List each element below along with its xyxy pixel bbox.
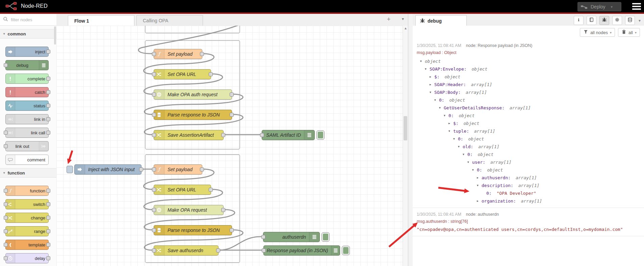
debug-tree-row[interactable]: ▶$: object — [417, 119, 641, 127]
palette-search[interactable] — [0, 14, 56, 26]
debug-filter-nodes-button[interactable]: all nodes ▾ — [580, 28, 615, 37]
caret-down-icon[interactable]: ▼ — [467, 161, 472, 164]
flow-list-chevron-icon[interactable]: ▾ — [402, 17, 404, 21]
tab-debug[interactable]: debug — [415, 15, 467, 26]
debug-tree-row[interactable]: ▼0: object — [417, 151, 641, 158]
port-in[interactable] — [152, 208, 156, 212]
caret-down-icon[interactable]: ▼ — [453, 137, 458, 140]
caret-down-icon[interactable]: ▼ — [477, 184, 482, 187]
caret-down-icon[interactable]: ▼ — [439, 106, 444, 109]
port-in[interactable] — [152, 188, 156, 192]
port-out[interactable] — [46, 50, 50, 54]
add-flow-button[interactable]: + — [384, 16, 393, 24]
debug-tree-row[interactable]: ▼old: array[1] — [417, 143, 641, 151]
flow-node-set-payload[interactable]: ƒSet payload — [154, 164, 202, 175]
port-out[interactable] — [46, 131, 50, 135]
flow-node-save-authuserdn[interactable]: Save authuserdn — [154, 245, 218, 256]
debug-tree-row[interactable]: ▼SOAP:Body: array[1] — [417, 88, 641, 96]
flow-node-save-assertionartifact[interactable]: Save AssertionArtifact — [154, 130, 224, 140]
deploy-button[interactable]: Deploy ▾ — [577, 2, 621, 11]
palette-node-function[interactable]: ƒfunction — [5, 186, 49, 196]
port-in[interactable] — [4, 202, 8, 206]
port-out[interactable] — [230, 228, 234, 232]
palette-node-link-in[interactable]: link in — [5, 114, 49, 124]
port-in[interactable] — [152, 113, 156, 117]
flow-node-parse-response-to-json[interactable]: <>Parse response to JSON — [154, 110, 232, 120]
port-in[interactable] — [4, 229, 8, 233]
caret-down-icon[interactable]: ▼ — [458, 145, 463, 148]
flow-node-inject-with-json-input[interactable]: Inject with JSON input — [74, 164, 141, 175]
sidebar-tool-bug-button[interactable] — [599, 16, 609, 25]
port-out[interactable] — [46, 202, 50, 206]
palette-scrollbar-thumb[interactable] — [54, 26, 56, 45]
caret-down-icon[interactable]: ▼ — [448, 130, 453, 133]
caret-right-icon[interactable]: ▶ — [477, 200, 482, 203]
debug-enable-toggle[interactable] — [316, 130, 325, 140]
scroll-up-icon[interactable]: ▲ — [403, 26, 408, 30]
port-in[interactable] — [152, 92, 156, 97]
palette-category-function[interactable]: ▾function — [0, 168, 56, 178]
caret-down-icon[interactable]: ▼ — [430, 91, 434, 94]
port-out[interactable] — [230, 113, 234, 117]
port-out[interactable] — [46, 90, 50, 94]
port-in[interactable] — [4, 131, 8, 135]
sidebar-tool-info-button[interactable]: i — [574, 16, 584, 25]
port-in[interactable] — [260, 133, 264, 137]
palette-node-catch[interactable]: catch — [5, 87, 49, 97]
flow-node-make-opa-request[interactable]: Make OPA request — [154, 205, 224, 215]
port-in[interactable] — [4, 63, 8, 67]
caret-down-icon[interactable]: ▼ — [434, 99, 439, 102]
deploy-chevron-icon[interactable]: ▾ — [611, 5, 613, 9]
port-out[interactable] — [46, 216, 50, 220]
flow-node-response-payload-in-json[interactable]: Response payload (in JSON) — [263, 245, 340, 256]
palette-node-inject[interactable]: inject — [5, 47, 49, 57]
port-in[interactable] — [4, 189, 8, 193]
port-out[interactable] — [216, 248, 220, 252]
debug-tree-row[interactable]: ▼object — [417, 57, 641, 65]
palette-node-change[interactable]: change — [5, 213, 49, 223]
port-out[interactable] — [230, 92, 234, 97]
sidebar-tool-book-button[interactable] — [587, 16, 596, 25]
palette-node-debug[interactable]: debug — [5, 60, 49, 70]
main-menu-button[interactable] — [632, 3, 641, 10]
caret-down-icon[interactable]: ▼ — [425, 68, 430, 71]
flow-tab-calling-opa[interactable]: Calling OPA — [136, 15, 203, 26]
port-in[interactable] — [152, 167, 156, 171]
caret-down-icon[interactable]: ▼ — [420, 60, 425, 63]
debug-tree-row[interactable]: ▼0: object — [417, 135, 641, 143]
caret-right-icon[interactable]: ▶ — [430, 75, 434, 78]
port-out[interactable] — [209, 72, 213, 76]
canvas-vscrollbar[interactable]: ▲ — [403, 26, 408, 266]
debug-clear-button[interactable]: all ▾ — [618, 28, 640, 37]
port-out[interactable] — [221, 133, 225, 137]
port-in[interactable] — [152, 52, 156, 56]
palette-node-delay[interactable]: delay — [5, 253, 49, 263]
sidebar-more-chevron-icon[interactable]: ▾ — [639, 18, 641, 23]
port-in[interactable] — [261, 235, 265, 239]
port-in[interactable] — [152, 248, 156, 252]
debug-tree-row[interactable]: 0: "OPA Developer" — [417, 189, 641, 197]
caret-right-icon[interactable]: ▶ — [477, 176, 482, 179]
debug-tree-row[interactable]: ▶$: object — [417, 73, 641, 81]
port-out[interactable] — [46, 104, 50, 108]
port-out[interactable] — [221, 208, 225, 212]
port-out[interactable] — [200, 167, 204, 171]
caret-down-icon[interactable]: ▼ — [444, 114, 448, 117]
flow-node-parse-response-to-json[interactable]: <>Parse response to JSON — [154, 225, 232, 235]
port-in[interactable] — [4, 216, 8, 220]
sidebar-tool-layers-button[interactable] — [625, 16, 635, 25]
sidebar-tool-gear-button[interactable] — [612, 16, 622, 25]
port-in[interactable] — [4, 144, 8, 148]
debug-tree-row[interactable]: ▼0: object — [417, 166, 641, 174]
palette-node-link-out[interactable]: link out — [5, 141, 49, 151]
flow-node-make-opa-auth-request[interactable]: Make OPA auth request — [154, 89, 232, 100]
port-out[interactable] — [209, 188, 213, 192]
debug-tree-row[interactable]: ▼SOAP:Envelope: object — [417, 65, 641, 73]
debug-tree-row[interactable]: ▼0: object — [417, 96, 641, 104]
debug-tree-row[interactable]: ▼0: object — [417, 112, 641, 119]
palette-search-input[interactable] — [10, 17, 49, 23]
port-out[interactable] — [46, 229, 50, 233]
port-in[interactable] — [152, 72, 156, 76]
debug-tree-row[interactable]: ▼tuple: array[1] — [417, 127, 641, 135]
flow-canvas[interactable]: ƒSet payloadSet OPA URLMake OPA auth req… — [56, 26, 403, 266]
